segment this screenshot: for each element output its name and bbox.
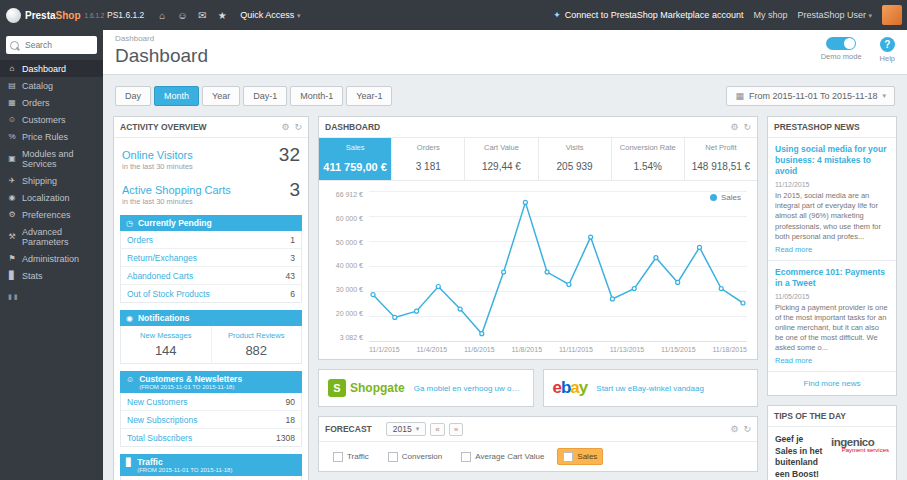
forecast-legend-conversion[interactable]: Conversion	[382, 448, 448, 465]
sidebar-item-administration[interactable]: ⚑Administration	[0, 250, 103, 267]
online-visitors-link[interactable]: Online Visitors	[122, 149, 193, 161]
sidebar-item-advanced-parameters[interactable]: ⚒Advanced Parameters	[0, 223, 103, 250]
sidebar-collapse-button[interactable]: ▮▮	[0, 284, 103, 310]
user-menu[interactable]: PrestaShop User ▾	[797, 10, 872, 20]
notifications-cells: New Messages144 Product Reviews882	[120, 326, 302, 364]
forecast-prev-button[interactable]: «	[430, 423, 444, 436]
sidebar-item-customers[interactable]: ☺Customers	[0, 111, 103, 128]
table-row: Abandoned Carts43	[121, 267, 301, 285]
ebay-logo: ebay	[553, 378, 588, 398]
active-carts-link[interactable]: Active Shopping Carts	[122, 184, 231, 196]
period-year-1-button[interactable]: Year-1	[346, 86, 392, 106]
new-messages-cell[interactable]: New Messages144	[121, 326, 212, 363]
find-more-news-link[interactable]: Find more news	[768, 372, 896, 395]
prestashop-logo[interactable]: PrestaShop 1.6.1.2	[0, 0, 103, 30]
sidebar-item-label: Preferences	[22, 210, 71, 220]
sidebar-item-shipping[interactable]: ✈Shipping	[0, 172, 103, 189]
kpi-net-profit[interactable]: Net Profit148 918,51 €	[685, 138, 757, 180]
dashboard-panel-header: DASHBOARD ⚙↻	[319, 117, 757, 138]
forecast-year-select[interactable]: 2015▾	[386, 422, 426, 436]
forecast-legend-average-cart-value[interactable]: Average Cart Value	[455, 448, 550, 465]
sidebar-item-preferences[interactable]: ⚙Preferences	[0, 206, 103, 223]
period-month-button[interactable]: Month	[154, 86, 199, 106]
settings-icon[interactable]: ⚙	[730, 122, 738, 132]
quick-access-menu[interactable]: Quick Access ▾	[240, 10, 300, 20]
google-analytics-link[interactable]: Link to your Google Analytics account	[120, 476, 302, 480]
dashboard-icon: ⌂	[7, 64, 17, 73]
pending-rows: Orders1 Return/Exchanges3 Abandoned Cart…	[120, 231, 302, 303]
new-subscriptions-link[interactable]: New Subscriptions	[127, 415, 197, 425]
product-reviews-cell[interactable]: Product Reviews882	[212, 326, 302, 363]
new-customers-link[interactable]: New Customers	[127, 397, 187, 407]
shopgate-link[interactable]: Ga mobiel en verhoog uw omzet	[414, 384, 524, 393]
favorites-icon[interactable]: ★	[212, 10, 232, 21]
total-subscribers-link[interactable]: Total Subscribers	[127, 433, 192, 443]
period-day-button[interactable]: Day	[115, 86, 151, 106]
shop-icon[interactable]: ⌂	[152, 10, 172, 21]
kpi-sales[interactable]: Sales411 759,00 €	[319, 138, 392, 180]
kpi-visits[interactable]: Visits205 939	[539, 138, 612, 180]
chevron-down-icon: ▾	[868, 12, 872, 19]
avatar[interactable]	[882, 5, 902, 25]
forecast-next-button[interactable]: »	[449, 423, 463, 436]
administration-icon: ⚑	[7, 254, 17, 263]
read-more-link[interactable]: Read more	[775, 356, 812, 365]
period-year-button[interactable]: Year	[202, 86, 240, 106]
breadcrumb[interactable]: Dashboard	[115, 34, 208, 43]
shopgate-logo: S Shopgate	[328, 379, 405, 397]
active-carts-value: 3	[289, 179, 300, 201]
refresh-icon[interactable]: ↻	[294, 122, 302, 132]
period-month-1-button[interactable]: Month-1	[290, 86, 343, 106]
bell-icon: ◉	[126, 314, 133, 323]
sidebar-search[interactable]	[6, 36, 97, 54]
sidebar-item-stats[interactable]: ▊Stats	[0, 267, 103, 284]
abandoned-carts-link[interactable]: Abandoned Carts	[127, 271, 193, 281]
settings-icon[interactable]: ⚙	[281, 122, 289, 132]
traffic-icon: ▊	[126, 458, 132, 467]
search-input[interactable]	[23, 39, 93, 51]
checkbox-icon	[333, 452, 343, 462]
news-article: Ecommerce 101: Payments in a Tweet 11/05…	[768, 261, 896, 373]
out-of-stock-link[interactable]: Out of Stock Products	[127, 289, 210, 299]
forecast-legend-traffic[interactable]: Traffic	[327, 448, 375, 465]
ebay-link[interactable]: Start uw eBay-winkel vandaag	[596, 384, 704, 393]
sidebar-item-localization[interactable]: ◉Localization	[0, 189, 103, 206]
pending-returns-link[interactable]: Return/Exchanges	[127, 253, 197, 263]
marketplace-connect-link[interactable]: ✦Connect to PrestaShop Marketplace accou…	[553, 10, 743, 20]
content: Day Month Year Day-1 Month-1 Year-1 ▦ Fr…	[103, 75, 907, 480]
demo-mode-toggle[interactable]	[826, 37, 856, 50]
date-range-picker[interactable]: ▦ From 2015-11-01 To 2015-11-18 ▾	[726, 86, 895, 106]
sidebar-item-orders[interactable]: ▦Orders	[0, 94, 103, 111]
news-article-title[interactable]: Using social media for your business: 4 …	[775, 144, 889, 177]
messages-icon[interactable]: ✉	[192, 10, 212, 21]
forecast-legend-sales[interactable]: Sales	[557, 448, 603, 465]
brand-text: PrestaShop	[25, 10, 81, 21]
settings-icon[interactable]: ⚙	[730, 424, 738, 434]
sidebar-item-catalog[interactable]: ▤Catalog	[0, 77, 103, 94]
kpi-conversion-rate[interactable]: Conversion Rate1.54%	[612, 138, 685, 180]
help-button[interactable]: ?	[880, 37, 895, 52]
sidebar-item-label: Stats	[22, 271, 43, 281]
chevron-down-icon: ▾	[882, 92, 886, 100]
sidebar-item-price-rules[interactable]: %Price Rules	[0, 128, 103, 145]
period-day-1-button[interactable]: Day-1	[243, 86, 287, 106]
refresh-icon[interactable]: ↻	[743, 424, 751, 434]
news-article-date: 11/05/2015	[775, 293, 889, 300]
filter-row: Day Month Year Day-1 Month-1 Year-1 ▦ Fr…	[115, 86, 895, 106]
checkbox-icon	[388, 452, 398, 462]
sidebar-item-modules[interactable]: ▣Modules and Services	[0, 145, 103, 172]
read-more-link[interactable]: Read more	[775, 245, 812, 254]
kpi-orders[interactable]: Orders3 181	[392, 138, 465, 180]
connect-icon: ✦	[553, 10, 561, 20]
customers-icon[interactable]: ☺	[172, 10, 192, 21]
refresh-icon[interactable]: ↻	[743, 122, 751, 132]
activity-overview-panel: ACTIVITY OVERVIEW ⚙↻ Online Visitors32 i…	[113, 116, 309, 480]
my-shop-link[interactable]: My shop	[753, 10, 787, 20]
news-article-title[interactable]: Ecommerce 101: Payments in a Tweet	[775, 267, 889, 289]
kpi-cart-value[interactable]: Cart Value129,44 €	[465, 138, 538, 180]
sidebar-item-label: Administration	[22, 254, 79, 264]
sidebar-item-dashboard[interactable]: ⌂Dashboard	[0, 60, 103, 77]
online-visitors-value: 32	[279, 144, 300, 166]
customers-icon: ☺	[7, 115, 17, 124]
pending-orders-link[interactable]: Orders	[127, 235, 153, 245]
